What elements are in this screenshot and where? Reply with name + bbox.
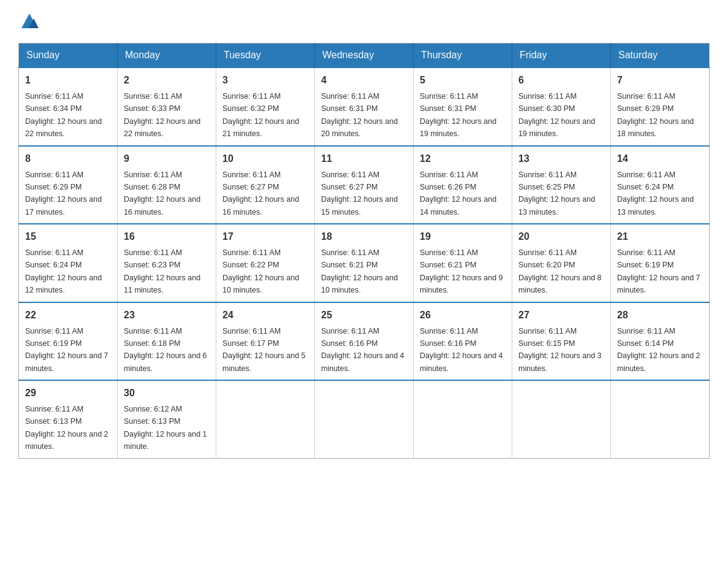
day-number: 11 [321, 151, 407, 166]
day-info: Sunrise: 6:11 AMSunset: 6:32 PMDaylight:… [222, 92, 299, 138]
calendar-cell: 17 Sunrise: 6:11 AMSunset: 6:22 PMDaylig… [216, 224, 315, 302]
day-info: Sunrise: 6:11 AMSunset: 6:18 PMDaylight:… [124, 327, 207, 373]
day-number: 26 [420, 308, 506, 323]
day-number: 21 [617, 229, 703, 244]
calendar-week-row: 8 Sunrise: 6:11 AMSunset: 6:29 PMDayligh… [19, 146, 710, 224]
day-info: Sunrise: 6:11 AMSunset: 6:15 PMDaylight:… [518, 327, 602, 373]
calendar-cell: 10 Sunrise: 6:11 AMSunset: 6:27 PMDaylig… [216, 146, 315, 224]
calendar-cell: 27 Sunrise: 6:11 AMSunset: 6:15 PMDaylig… [512, 302, 611, 381]
calendar-header-thursday: Thursday [414, 44, 512, 68]
calendar-header-row: SundayMondayTuesdayWednesdayThursdayFrid… [19, 44, 710, 68]
calendar-cell: 21 Sunrise: 6:11 AMSunset: 6:19 PMDaylig… [611, 224, 710, 302]
day-number: 17 [222, 229, 308, 244]
logo-icon [20, 12, 39, 31]
calendar-week-row: 22 Sunrise: 6:11 AMSunset: 6:19 PMDaylig… [19, 302, 710, 381]
day-number: 12 [420, 151, 506, 166]
calendar-header-tuesday: Tuesday [216, 44, 315, 68]
day-info: Sunrise: 6:11 AMSunset: 6:22 PMDaylight:… [222, 248, 299, 294]
logo [18, 12, 40, 31]
calendar-cell: 4 Sunrise: 6:11 AMSunset: 6:31 PMDayligh… [315, 67, 414, 146]
day-info: Sunrise: 6:12 AMSunset: 6:13 PMDaylight:… [124, 405, 207, 451]
day-info: Sunrise: 6:11 AMSunset: 6:30 PMDaylight:… [518, 92, 595, 138]
day-info: Sunrise: 6:11 AMSunset: 6:26 PMDaylight:… [420, 170, 496, 216]
day-info: Sunrise: 6:11 AMSunset: 6:21 PMDaylight:… [420, 248, 503, 294]
day-info: Sunrise: 6:11 AMSunset: 6:29 PMDaylight:… [25, 170, 102, 216]
calendar-cell: 6 Sunrise: 6:11 AMSunset: 6:30 PMDayligh… [512, 67, 611, 146]
day-number: 3 [222, 73, 308, 88]
day-number: 2 [124, 73, 210, 88]
calendar-cell: 12 Sunrise: 6:11 AMSunset: 6:26 PMDaylig… [414, 146, 512, 224]
day-number: 29 [25, 386, 111, 400]
day-number: 18 [321, 229, 407, 244]
calendar-cell [216, 380, 315, 458]
calendar-week-row: 29 Sunrise: 6:11 AMSunset: 6:13 PMDaylig… [19, 380, 710, 458]
day-number: 16 [124, 229, 210, 244]
calendar-cell: 1 Sunrise: 6:11 AMSunset: 6:34 PMDayligh… [19, 67, 118, 146]
day-number: 9 [124, 151, 210, 166]
day-number: 28 [617, 308, 703, 323]
day-number: 15 [25, 229, 111, 244]
day-number: 7 [617, 73, 703, 88]
calendar-cell: 15 Sunrise: 6:11 AMSunset: 6:24 PMDaylig… [19, 224, 118, 302]
day-info: Sunrise: 6:11 AMSunset: 6:31 PMDaylight:… [321, 92, 398, 138]
day-info: Sunrise: 6:11 AMSunset: 6:17 PMDaylight:… [222, 327, 306, 373]
calendar-cell: 22 Sunrise: 6:11 AMSunset: 6:19 PMDaylig… [19, 302, 118, 381]
day-number: 13 [518, 151, 604, 166]
calendar-cell [512, 380, 611, 458]
day-info: Sunrise: 6:11 AMSunset: 6:25 PMDaylight:… [518, 170, 595, 216]
day-info: Sunrise: 6:11 AMSunset: 6:19 PMDaylight:… [25, 327, 108, 373]
day-number: 22 [25, 308, 111, 323]
calendar-cell: 18 Sunrise: 6:11 AMSunset: 6:21 PMDaylig… [315, 224, 414, 302]
day-info: Sunrise: 6:11 AMSunset: 6:13 PMDaylight:… [25, 405, 108, 451]
calendar-week-row: 1 Sunrise: 6:11 AMSunset: 6:34 PMDayligh… [19, 67, 710, 146]
calendar-cell: 19 Sunrise: 6:11 AMSunset: 6:21 PMDaylig… [414, 224, 512, 302]
header [18, 12, 710, 31]
day-info: Sunrise: 6:11 AMSunset: 6:29 PMDaylight:… [617, 92, 694, 138]
calendar-header-wednesday: Wednesday [315, 44, 414, 68]
day-info: Sunrise: 6:11 AMSunset: 6:27 PMDaylight:… [222, 170, 299, 216]
day-info: Sunrise: 6:11 AMSunset: 6:33 PMDaylight:… [124, 92, 200, 138]
day-number: 25 [321, 308, 407, 323]
day-number: 19 [420, 229, 506, 244]
calendar-cell: 2 Sunrise: 6:11 AMSunset: 6:33 PMDayligh… [118, 67, 216, 146]
day-number: 1 [25, 73, 111, 88]
day-info: Sunrise: 6:11 AMSunset: 6:31 PMDaylight:… [420, 92, 496, 138]
day-number: 27 [518, 308, 604, 323]
day-number: 6 [518, 73, 604, 88]
calendar-cell: 9 Sunrise: 6:11 AMSunset: 6:28 PMDayligh… [118, 146, 216, 224]
day-info: Sunrise: 6:11 AMSunset: 6:34 PMDaylight:… [25, 92, 102, 138]
day-info: Sunrise: 6:11 AMSunset: 6:24 PMDaylight:… [617, 170, 694, 216]
day-info: Sunrise: 6:11 AMSunset: 6:16 PMDaylight:… [420, 327, 503, 373]
day-number: 4 [321, 73, 407, 88]
calendar-cell [611, 380, 710, 458]
calendar-cell: 16 Sunrise: 6:11 AMSunset: 6:23 PMDaylig… [118, 224, 216, 302]
calendar-cell: 28 Sunrise: 6:11 AMSunset: 6:14 PMDaylig… [611, 302, 710, 381]
calendar-week-row: 15 Sunrise: 6:11 AMSunset: 6:24 PMDaylig… [19, 224, 710, 302]
calendar-cell: 20 Sunrise: 6:11 AMSunset: 6:20 PMDaylig… [512, 224, 611, 302]
calendar-cell: 25 Sunrise: 6:11 AMSunset: 6:16 PMDaylig… [315, 302, 414, 381]
calendar-cell: 29 Sunrise: 6:11 AMSunset: 6:13 PMDaylig… [19, 380, 118, 458]
calendar-header-sunday: Sunday [19, 44, 118, 68]
day-info: Sunrise: 6:11 AMSunset: 6:19 PMDaylight:… [617, 248, 700, 294]
day-info: Sunrise: 6:11 AMSunset: 6:14 PMDaylight:… [617, 327, 700, 373]
page-wrapper: SundayMondayTuesdayWednesdayThursdayFrid… [0, 0, 728, 471]
calendar-cell: 5 Sunrise: 6:11 AMSunset: 6:31 PMDayligh… [414, 67, 512, 146]
day-info: Sunrise: 6:11 AMSunset: 6:28 PMDaylight:… [124, 170, 200, 216]
calendar-cell: 24 Sunrise: 6:11 AMSunset: 6:17 PMDaylig… [216, 302, 315, 381]
day-info: Sunrise: 6:11 AMSunset: 6:20 PMDaylight:… [518, 248, 602, 294]
calendar-cell: 7 Sunrise: 6:11 AMSunset: 6:29 PMDayligh… [611, 67, 710, 146]
calendar-cell: 14 Sunrise: 6:11 AMSunset: 6:24 PMDaylig… [611, 146, 710, 224]
calendar-header-friday: Friday [512, 44, 611, 68]
calendar-header-monday: Monday [118, 44, 216, 68]
calendar-body: 1 Sunrise: 6:11 AMSunset: 6:34 PMDayligh… [19, 67, 710, 458]
calendar-table: SundayMondayTuesdayWednesdayThursdayFrid… [18, 43, 710, 459]
day-number: 20 [518, 229, 604, 244]
calendar-header-saturday: Saturday [611, 44, 710, 68]
day-number: 10 [222, 151, 308, 166]
day-info: Sunrise: 6:11 AMSunset: 6:27 PMDaylight:… [321, 170, 398, 216]
day-info: Sunrise: 6:11 AMSunset: 6:24 PMDaylight:… [25, 248, 102, 294]
day-info: Sunrise: 6:11 AMSunset: 6:23 PMDaylight:… [124, 248, 200, 294]
calendar-cell: 11 Sunrise: 6:11 AMSunset: 6:27 PMDaylig… [315, 146, 414, 224]
calendar-cell: 23 Sunrise: 6:11 AMSunset: 6:18 PMDaylig… [118, 302, 216, 381]
calendar-cell [414, 380, 512, 458]
